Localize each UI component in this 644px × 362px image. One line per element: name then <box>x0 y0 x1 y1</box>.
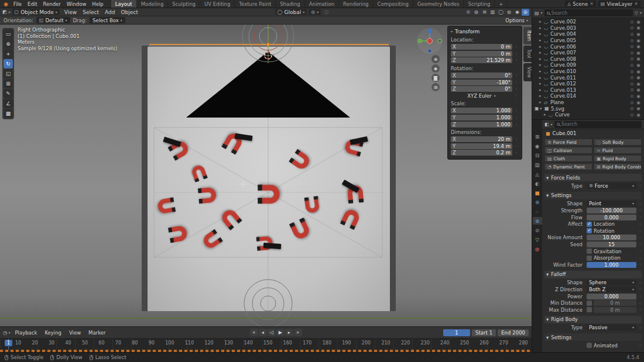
value-field[interactable]: X 20 m <box>451 136 512 142</box>
value-slider[interactable]: -100.000 <box>587 208 636 213</box>
decorator-icon[interactable]: ◦ <box>638 183 643 188</box>
hide-in-viewport-icon[interactable]: ⊙ <box>629 112 635 118</box>
transport-button[interactable]: » <box>294 329 302 336</box>
disable-in-render-icon[interactable]: ◉ <box>635 44 642 49</box>
decorator-icon[interactable]: ◦ <box>638 201 643 206</box>
decorator-icon[interactable]: ◦ <box>513 150 519 155</box>
menu-item[interactable]: Edit <box>25 1 40 7</box>
decorator-icon[interactable]: ◦ <box>513 73 519 78</box>
disclosure-icon[interactable]: ▸ <box>539 75 544 80</box>
outliner-item[interactable]: ▣ ▾ ▦ 5.svg ⊙ ◉ <box>532 105 644 112</box>
item-name[interactable]: Curve.014 <box>550 93 629 99</box>
outliner-editor-icon[interactable]: ▤ <box>535 11 539 16</box>
transport-button[interactable]: « <box>250 329 258 336</box>
properties-tab[interactable]: ⊛ <box>533 198 542 206</box>
outliner-item[interactable]: ▸ ◡ Curve.003 ⊙ ◉ <box>532 25 644 32</box>
physics-enable-button[interactable]: ▤ Cloth <box>544 155 592 162</box>
decorator-icon[interactable]: ◦ <box>513 80 519 85</box>
properties-row[interactable]: ▾ Max Distance ✓ 0 m▾ 0 m ◦ <box>543 306 643 313</box>
properties-tab[interactable]: ◍ <box>533 245 542 253</box>
filter-icon[interactable]: ▽ <box>635 11 638 16</box>
transport-button[interactable]: ◁ <box>268 329 276 336</box>
workspace-tab[interactable]: Sculpting <box>168 0 200 8</box>
outliner-item[interactable]: ▸ ◡ Curve.011 ⊙ ◉ <box>532 74 644 81</box>
close-icon[interactable]: × <box>634 1 638 6</box>
scene-name[interactable]: Scene <box>573 1 588 7</box>
disable-in-render-icon[interactable]: ◉ <box>635 81 642 87</box>
physics-enable-button[interactable]: ◌ Soft Body <box>594 139 642 146</box>
value-slider[interactable]: 0 m <box>594 300 636 306</box>
physics-enable-button[interactable]: ⊚ Force Field <box>544 139 592 146</box>
decorator-icon[interactable]: ◦ <box>513 108 519 113</box>
properties-row[interactable]: ▾ Z Direction ✓ Both Z▾ Both Z ◦ <box>543 286 643 293</box>
properties-row[interactable]: ▾ Settings ✓ ▾ ◦ <box>544 333 642 341</box>
hide-in-viewport-icon[interactable]: ⊙ <box>629 38 635 43</box>
transport-button[interactable]: ◂ <box>259 329 267 336</box>
section-caret-icon[interactable]: ▾ <box>546 175 549 181</box>
outliner-item[interactable]: ▸ ◡ Curve.013 ⊙ ◉ <box>532 87 644 94</box>
item-name[interactable]: Curve.003 <box>550 25 629 31</box>
disclosure-icon[interactable]: ▸ <box>539 81 544 86</box>
rotation-mode-dropdown[interactable]: XYZ Euler▾ <box>451 93 512 99</box>
disclosure-icon[interactable]: ▸ <box>539 88 544 92</box>
disable-in-render-icon[interactable]: ◉ <box>635 50 642 56</box>
outliner-search-box[interactable] <box>544 9 633 16</box>
options-dropdown[interactable]: Options ▾ <box>505 18 528 23</box>
decorator-icon[interactable]: ◦ <box>638 262 643 267</box>
value-field[interactable]: X 1.000 <box>451 108 512 113</box>
item-name[interactable]: Curve.011 <box>550 75 629 81</box>
physics-enable-button[interactable]: ≈ Fluid <box>594 147 642 154</box>
hide-in-viewport-icon[interactable]: ⊙ <box>629 87 635 92</box>
decorator-icon[interactable]: ◦ <box>638 307 643 312</box>
item-name[interactable]: Curve.010 <box>550 68 629 74</box>
properties-tab[interactable]: ▽ <box>533 236 542 243</box>
workspace-tab[interactable]: Geometry Nodes <box>413 0 464 8</box>
hide-in-viewport-icon[interactable]: ⊙ <box>629 19 635 25</box>
checkbox[interactable]: ✓ <box>587 228 592 233</box>
menu-item[interactable]: Window <box>64 1 90 7</box>
value-field[interactable]: Y 19.4 m <box>451 143 512 149</box>
header-toggle-icon[interactable]: ◉ <box>513 9 521 16</box>
transform-orientation-dropdown[interactable]: ◯ Global ▾ <box>275 9 307 15</box>
horseshoe-magnet[interactable] <box>157 197 176 214</box>
hide-in-viewport-icon[interactable]: ⊙ <box>629 106 635 111</box>
properties-search-box[interactable] <box>554 121 642 128</box>
value-slider[interactable]: 1.000 <box>587 262 636 268</box>
mode-dropdown[interactable]: ▢ Object Mode ▾ <box>12 9 60 15</box>
navigation-gizmo[interactable] <box>415 26 445 56</box>
menu-item[interactable]: Keying <box>42 330 64 336</box>
axis-y-handle[interactable] <box>417 39 422 43</box>
disable-in-render-icon[interactable]: ◉ <box>635 106 642 111</box>
value-field[interactable]: Z 0.2 m <box>451 150 512 156</box>
properties-row[interactable]: ▾ Type ✓ Passive▾ Passive ◦ <box>543 325 643 332</box>
properties-row[interactable]: ▾ Rigid Body ✓ ▾ ◦ <box>544 316 642 323</box>
outliner-item[interactable]: ▸ ◡ Curve.012 ⊙ ◉ <box>532 81 644 87</box>
decorator-icon[interactable]: ◦ <box>638 208 643 213</box>
physics-enable-button[interactable]: ◫ Collision <box>544 147 592 154</box>
horseshoe-magnet[interactable] <box>219 207 242 230</box>
hide-in-viewport-icon[interactable]: ⊙ <box>629 44 635 49</box>
properties-tab[interactable]: ■ <box>533 189 542 196</box>
item-name[interactable]: Curve.006 <box>550 44 629 50</box>
value-field[interactable]: X 0 m <box>451 44 512 50</box>
header-toggle-icon[interactable]: ◍ <box>505 9 513 16</box>
properties-row[interactable]: ▾ Min Distance ✓ 0 m▾ 0 m ◦ <box>543 299 643 306</box>
value-field[interactable]: Y 0 m <box>451 51 512 57</box>
disable-in-render-icon[interactable]: ◉ <box>635 38 642 43</box>
menu-item[interactable]: Object <box>118 9 141 15</box>
workspace-tab[interactable]: Modeling <box>137 0 169 8</box>
header-toggle-icon[interactable]: ▥ <box>489 9 496 16</box>
decorator-icon[interactable]: ◦ <box>513 122 519 127</box>
checkbox[interactable]: ✓ <box>587 301 592 306</box>
menu-item[interactable]: Marker <box>85 330 108 336</box>
outliner-item[interactable]: ▸ ◡ Curve.005 ⊙ ◉ <box>532 37 644 44</box>
item-name[interactable]: Plane <box>550 99 629 105</box>
properties-row[interactable]: ▾ Shape ✓ Sphere▾ Sphere ◦ <box>543 280 643 287</box>
header-toggle-icon[interactable]: ⊞ <box>481 9 488 16</box>
value-slider[interactable]: 0 m <box>594 307 636 313</box>
playhead[interactable]: 1 <box>5 339 13 350</box>
disclosure-icon[interactable]: ▸ <box>539 44 544 49</box>
viewport-3d[interactable]: ▭⊕+↻◱⊞✎∠▦ Right Orthographic(1) Collecti… <box>0 25 532 326</box>
disable-in-render-icon[interactable]: ◉ <box>635 56 642 61</box>
snap-dropdown[interactable]: ◎ ▾ <box>309 9 321 15</box>
